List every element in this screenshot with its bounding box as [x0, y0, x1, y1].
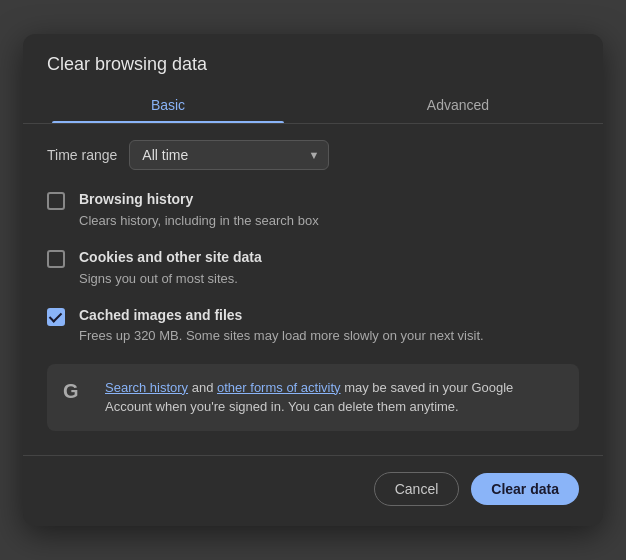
time-range-select[interactable]: Last hour Last 24 hours Last 7 days Last… — [129, 140, 329, 170]
cookies-checkbox-wrapper — [47, 250, 65, 268]
info-text: Search history and other forms of activi… — [105, 378, 563, 417]
info-box: G Search history and other forms of acti… — [47, 364, 579, 431]
dialog-footer: Cancel Clear data — [23, 455, 603, 526]
cached-title: Cached images and files — [79, 306, 579, 326]
option-row-cookies: Cookies and other site data Signs you ou… — [47, 248, 579, 288]
dialog-title: Clear browsing data — [23, 34, 603, 75]
search-history-link[interactable]: Search history — [105, 380, 188, 395]
tab-advanced[interactable]: Advanced — [313, 87, 603, 123]
cached-checkbox-wrapper — [47, 308, 65, 326]
cached-checkbox[interactable] — [47, 308, 65, 326]
google-icon: G — [63, 380, 91, 408]
cookies-title: Cookies and other site data — [79, 248, 579, 268]
other-forms-link[interactable]: other forms of activity — [217, 380, 341, 395]
time-range-select-wrapper: Last hour Last 24 hours Last 7 days Last… — [129, 140, 329, 170]
tabs-container: Basic Advanced — [23, 87, 603, 124]
option-row-browsing-history: Browsing history Clears history, includi… — [47, 190, 579, 230]
option-row-cached: Cached images and files Frees up 320 MB.… — [47, 306, 579, 346]
browsing-history-checkbox[interactable] — [47, 192, 65, 210]
time-range-row: Time range Last hour Last 24 hours Last … — [47, 140, 579, 170]
cached-text: Cached images and files Frees up 320 MB.… — [79, 306, 579, 346]
info-text-and: and — [192, 380, 217, 395]
cancel-button[interactable]: Cancel — [374, 472, 460, 506]
browsing-history-text: Browsing history Clears history, includi… — [79, 190, 579, 230]
cookies-checkbox[interactable] — [47, 250, 65, 268]
clear-browsing-data-dialog: Clear browsing data Basic Advanced Time … — [23, 34, 603, 525]
cookies-desc: Signs you out of most sites. — [79, 270, 579, 288]
cached-desc: Frees up 320 MB. Some sites may load mor… — [79, 327, 579, 345]
browsing-history-checkbox-wrapper — [47, 192, 65, 210]
browsing-history-title: Browsing history — [79, 190, 579, 210]
dialog-body: Time range Last hour Last 24 hours Last … — [23, 124, 603, 454]
tab-basic[interactable]: Basic — [23, 87, 313, 123]
clear-data-button[interactable]: Clear data — [471, 473, 579, 505]
browsing-history-desc: Clears history, including in the search … — [79, 212, 579, 230]
time-range-label: Time range — [47, 147, 117, 163]
cookies-text: Cookies and other site data Signs you ou… — [79, 248, 579, 288]
